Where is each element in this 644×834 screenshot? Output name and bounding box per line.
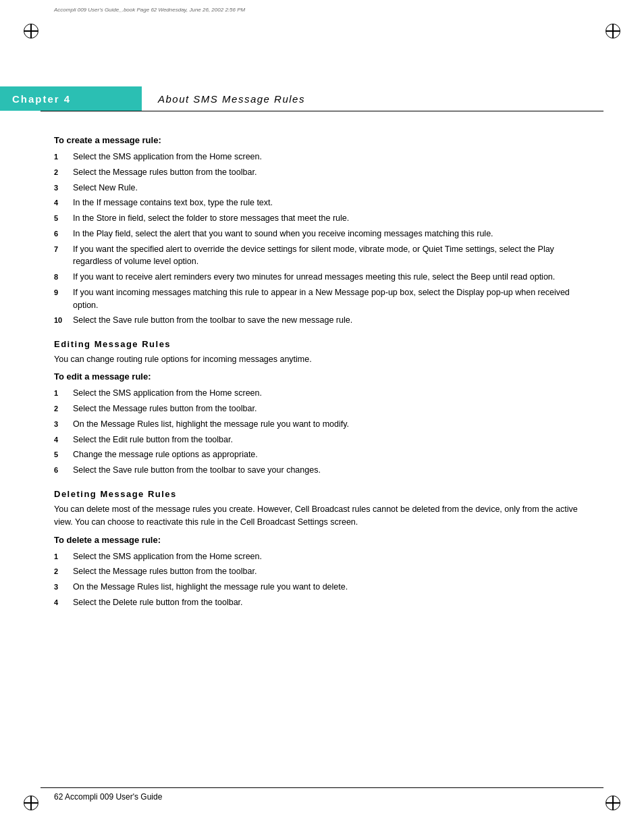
list-item: 4In the If message contains text box, ty…: [54, 197, 590, 209]
chapter-title: About SMS Message Rules: [158, 93, 305, 105]
list-item: 6Select the Save rule button from the to…: [54, 464, 590, 477]
list-item: 3Select New Rule.: [54, 182, 590, 194]
edit-steps-list: 1Select the SMS application from the Hom…: [54, 387, 590, 477]
list-item: 1Select the SMS application from the Hom…: [54, 151, 590, 163]
list-item: 5Change the message rule options as appr…: [54, 448, 590, 461]
list-item: 2Select the Message rules button from th…: [54, 565, 590, 578]
deleting-heading: Deleting Message Rules: [54, 489, 590, 499]
list-item: 10Select the Save rule button from the t…: [54, 314, 590, 327]
list-item: 1Select the SMS application from the Hom…: [54, 550, 590, 563]
create-steps-list: 1Select the SMS application from the Hom…: [54, 151, 590, 327]
chapter-label-box: Chapter 4: [0, 86, 142, 111]
list-item: 4Select the Edit rule button from the to…: [54, 434, 590, 446]
delete-title: To delete a message rule:: [54, 535, 590, 545]
reg-mark-bottom-left: [22, 793, 41, 812]
list-item: 2Select the Message rules button from th…: [54, 166, 590, 179]
list-item: 3On the Message Rules list, highlight th…: [54, 418, 590, 431]
list-item: 7If you want the specified alert to over…: [54, 243, 590, 269]
chapter-rule: [41, 111, 603, 111]
chapter-label: Chapter 4: [12, 93, 71, 105]
editing-heading: Editing Message Rules: [54, 339, 590, 349]
list-item: 8If you want to receive alert reminders …: [54, 271, 590, 284]
list-item: 3On the Message Rules list, highlight th…: [54, 581, 590, 594]
deleting-body: You can delete most of the message rules…: [54, 503, 590, 529]
bottom-rule: [41, 787, 603, 788]
main-content: To create a message rule: 1Select the SM…: [54, 135, 590, 619]
chapter-bar: Chapter 4 About SMS Message Rules: [0, 86, 644, 111]
list-item: 2Select the Message rules button from th…: [54, 402, 590, 415]
reg-mark-top-left: [22, 22, 41, 41]
section-create: To create a message rule: 1Select the SM…: [54, 135, 590, 327]
list-item: 4Select the Delete rule button from the …: [54, 596, 590, 609]
section-editing: Editing Message Rules You can change rou…: [54, 339, 590, 477]
reg-mark-bottom-right: [603, 793, 622, 812]
page-footer: 62 Accompli 009 User's Guide: [54, 792, 162, 802]
list-item: 9If you want incoming messages matching …: [54, 286, 590, 312]
top-meta-line: Accompli 009 User's Guide_.book Page 62 …: [54, 7, 245, 13]
create-title: To create a message rule:: [54, 135, 590, 145]
list-item: 5In the Store in field, select the folde…: [54, 212, 590, 225]
edit-title: To edit a message rule:: [54, 371, 590, 382]
section-deleting: Deleting Message Rules You can delete mo…: [54, 489, 590, 609]
list-item: 6In the Play field, select the alert tha…: [54, 228, 590, 240]
list-item: 1Select the SMS application from the Hom…: [54, 387, 590, 400]
reg-mark-top-right: [603, 22, 622, 41]
delete-steps-list: 1Select the SMS application from the Hom…: [54, 550, 590, 609]
editing-body: You can change routing rule options for …: [54, 353, 590, 366]
